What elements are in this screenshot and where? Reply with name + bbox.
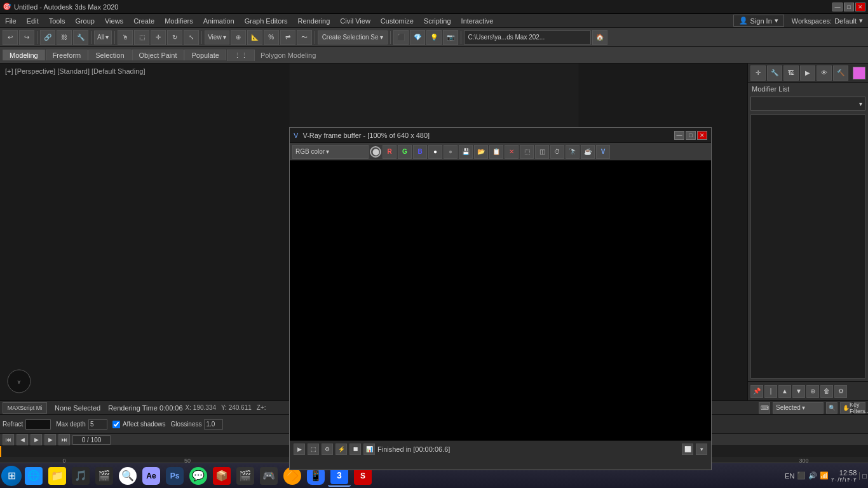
render-button[interactable]: ⬛ — [393, 30, 409, 45]
modifier-delete-button[interactable]: 🗑 — [820, 385, 833, 398]
menu-create[interactable]: Create — [128, 16, 159, 26]
redo-button[interactable]: ↪ — [19, 30, 34, 45]
vray-cup-button[interactable]: ☕ — [581, 145, 595, 159]
menu-group[interactable]: Group — [70, 16, 100, 26]
vray-status-btn3[interactable]: ⚙ — [322, 444, 333, 455]
vray-maximize-button[interactable]: □ — [686, 131, 696, 140]
vray-status-btn2[interactable]: ⬚ — [308, 444, 319, 455]
refract-swatch[interactable] — [25, 419, 51, 430]
menu-modifiers[interactable]: Modifiers — [159, 16, 198, 26]
vray-b-button[interactable]: B — [413, 145, 427, 159]
tab-object-paint[interactable]: Object Paint — [132, 50, 184, 60]
vray-copy-button[interactable]: 📋 — [489, 145, 503, 159]
minimize-button[interactable]: — — [832, 3, 843, 11]
create-selection-button[interactable]: Create Selection Se ▾ — [318, 30, 388, 44]
vray-color-mode-dropdown[interactable]: RGB color ▾ — [292, 145, 369, 159]
move-button[interactable]: ✛ — [151, 30, 166, 45]
key-mode-button[interactable]: ⌨ — [759, 402, 770, 414]
taskbar-ps-icon[interactable]: Ps — [163, 465, 186, 487]
material-color-swatch[interactable] — [853, 67, 865, 79]
sign-in-button[interactable]: 👤 Sign In ▾ — [733, 15, 784, 27]
tab-modeling[interactable]: Modeling — [3, 50, 45, 60]
tab-extras[interactable]: ⋮⋮ — [227, 50, 255, 61]
taskbar-explorer-icon[interactable]: 📁 — [46, 465, 69, 487]
taskbar-network[interactable]: 📶 — [820, 471, 829, 480]
menu-animation[interactable]: Animation — [198, 16, 240, 26]
material-button[interactable]: 💎 — [410, 30, 425, 45]
vray-r-button[interactable]: R — [383, 145, 397, 159]
taskbar-mpcbe-icon[interactable]: 🎬 — [234, 465, 257, 487]
menu-views[interactable]: Views — [100, 16, 128, 26]
play-button[interactable]: ▶ — [31, 434, 42, 445]
prev-frame-button[interactable]: ◀ — [17, 434, 28, 445]
menu-civil-view[interactable]: Civil View — [335, 16, 375, 26]
home-button[interactable]: 🏠 — [592, 30, 607, 45]
modifier-add-button[interactable]: ⊕ — [806, 385, 819, 398]
unlink-button[interactable]: ⛓ — [57, 30, 72, 45]
vray-window-controls[interactable]: — □ ✕ — [674, 131, 707, 140]
snap-button[interactable]: 📐 — [247, 30, 262, 45]
taskbar-video-icon[interactable]: 🎬 — [93, 465, 116, 487]
vray-region-button[interactable]: ⬚ — [520, 145, 534, 159]
display-tab-button[interactable]: 👁 — [817, 65, 832, 81]
vray-compare-button[interactable]: ◫ — [535, 145, 549, 159]
glossiness-input[interactable] — [204, 419, 223, 430]
vray-expand-button[interactable]: ⬜ — [682, 444, 693, 455]
vray-status-btn6[interactable]: 📊 — [363, 444, 375, 455]
max-depth-input[interactable] — [88, 419, 107, 430]
bind-button[interactable]: 🔧 — [73, 30, 88, 45]
tab-populate[interactable]: Populate — [184, 50, 226, 60]
light-button[interactable]: 💡 — [426, 30, 442, 45]
vray-minimize-button[interactable]: — — [674, 131, 684, 140]
menu-customize[interactable]: Customize — [376, 16, 419, 26]
vray-save-button[interactable]: 💾 — [459, 145, 473, 159]
percent-button[interactable]: % — [264, 30, 279, 45]
rotate-button[interactable]: ↻ — [167, 30, 182, 45]
maximize-button[interactable]: □ — [844, 3, 854, 11]
taskbar-whatsapp-icon[interactable]: 💬 — [187, 465, 210, 487]
utilities-tab-button[interactable]: 🔨 — [833, 65, 848, 81]
maxscript-button[interactable]: MAXScript Mi — [3, 402, 47, 414]
close-button[interactable]: ✕ — [855, 3, 865, 11]
view-dropdown[interactable]: View ▾ — [205, 30, 229, 44]
vray-open-button[interactable]: 📂 — [474, 145, 488, 159]
next-frame-button[interactable]: ▶ — [44, 434, 56, 445]
taskbar-ie-icon[interactable]: 🌐 — [22, 465, 45, 487]
selected-dropdown[interactable]: Selected ▾ — [773, 402, 824, 414]
key-filters-button[interactable]: Key Filters... — [854, 402, 865, 414]
tab-freeform[interactable]: Freeform — [46, 50, 88, 60]
curve-editor-button[interactable]: 〜 — [297, 30, 312, 45]
menu-tools[interactable]: Tools — [44, 16, 71, 26]
undo-button[interactable]: ↩ — [3, 30, 18, 45]
taskbar-archive-icon[interactable]: 📦 — [210, 465, 233, 487]
taskbar-show-desktop[interactable]: □ — [859, 472, 867, 480]
vray-gray-circle-button[interactable]: ● — [444, 145, 458, 159]
taskbar-chrome-icon[interactable]: 🔍 — [116, 465, 139, 487]
tab-selection[interactable]: Selection — [88, 50, 131, 60]
vray-clear-button[interactable]: ✕ — [505, 145, 519, 159]
vray-g-button[interactable]: G — [398, 145, 412, 159]
start-button[interactable]: ⊞ — [1, 466, 22, 486]
menu-scripting[interactable]: Scripting — [419, 16, 456, 26]
link-button[interactable]: 🔗 — [40, 30, 55, 45]
mirror-button[interactable]: ⇌ — [280, 30, 295, 45]
taskbar-media-icon[interactable]: 🎵 — [69, 465, 92, 487]
scale-button[interactable]: ⤡ — [184, 30, 199, 45]
hierarchy-tab-button[interactable]: 🏗 — [783, 65, 799, 81]
select-button[interactable]: 🖱 — [118, 30, 133, 45]
vray-title-bar[interactable]: V V-Ray frame buffer - [100% of 640 x 48… — [290, 128, 711, 143]
create-tab-button[interactable]: ✛ — [750, 65, 766, 81]
window-controls[interactable]: — □ ✕ — [832, 3, 865, 11]
go-start-button[interactable]: ⏮ — [3, 434, 14, 445]
modifier-settings-button[interactable]: ⚙ — [834, 385, 847, 398]
modify-tab-button[interactable]: 🔧 — [767, 65, 782, 81]
search-button[interactable]: 🔍 — [826, 402, 837, 414]
menu-file[interactable]: File — [0, 16, 22, 26]
motion-tab-button[interactable]: ▶ — [800, 65, 815, 81]
modifier-move-up-button[interactable]: ▲ — [778, 385, 791, 398]
taskbar-volume[interactable]: 🔊 — [808, 471, 817, 480]
vray-settings-button[interactable]: ▾ — [696, 444, 707, 455]
workspaces-selector[interactable]: Workspaces: Default ▾ — [787, 15, 868, 26]
camera-button[interactable]: 📷 — [443, 30, 458, 45]
vray-white-circle-button[interactable]: ● — [428, 145, 442, 159]
